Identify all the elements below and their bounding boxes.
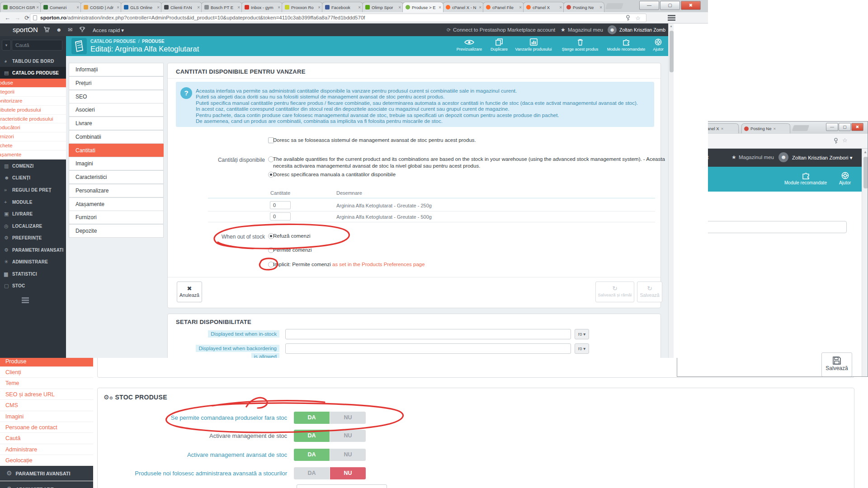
new-tab-button[interactable]: [792, 125, 809, 131]
sidebar-item-preferinte[interactable]: ⚙PREFERINȚE: [0, 232, 66, 244]
browser-tab[interactable]: BOSCH GSR×: [0, 2, 41, 12]
refuse-orders-label[interactable]: Refuză comenzi: [273, 233, 310, 239]
stock-row-label[interactable]: Produsele noi folosesc administrarea ava…: [97, 467, 287, 479]
sidebar-item-module[interactable]: +MODULE: [0, 196, 66, 208]
tab-close-icon[interactable]: ×: [559, 5, 562, 10]
product-tab-cantitati[interactable]: Cantitati: [69, 144, 164, 157]
manual-quantities-label[interactable]: Doresc specificarea manuala a cantitatil…: [273, 172, 396, 177]
product-tab-imagini[interactable]: Imagini: [69, 157, 164, 170]
sidebar-item-comenzi[interactable]: ▥COMENZI: [0, 160, 66, 172]
avatar[interactable]: ☻: [778, 152, 788, 162]
in-stock-text-input[interactable]: [285, 329, 571, 339]
mail-icon[interactable]: ✉: [68, 27, 72, 33]
product-sales-button[interactable]: Vanzarile produsului: [513, 38, 554, 52]
save-button[interactable]: ↻Salvează: [637, 282, 662, 302]
sidebar-item-catalog[interactable]: ▤CATALOG PRODUSE: [0, 67, 66, 79]
forward-icon[interactable]: →: [14, 12, 20, 23]
product-tab-atasamente[interactable]: Atașamente: [69, 197, 164, 211]
menu-item-administrare[interactable]: Administrare: [0, 444, 93, 455]
asm-checkbox-label[interactable]: Doresc sa se foloseasca sistemul de mana…: [273, 137, 476, 143]
submenu-item-produse[interactable]: Produse: [0, 79, 66, 88]
in-stock-label[interactable]: Displayed text when in-stock: [168, 329, 279, 338]
submenu-item-monitorizare[interactable]: Monitorizare: [0, 97, 66, 106]
tab-close-icon[interactable]: ×: [519, 5, 522, 10]
language-select[interactable]: ro ▾: [575, 343, 589, 354]
brand-logo[interactable]: sportON: [13, 26, 38, 33]
toggle-da[interactable]: DA: [294, 467, 330, 479]
tab-close-icon[interactable]: ×: [599, 5, 602, 10]
scroll-up-icon[interactable]: ▲: [670, 24, 673, 28]
submenu-item-furnizori[interactable]: Furnizori: [0, 132, 66, 141]
tab-close-icon[interactable]: ×: [358, 5, 361, 10]
url-field[interactable]: sporton.ro/administration/index.php?cont…: [30, 14, 646, 22]
product-tab-furnizori[interactable]: Furnizori: [69, 211, 164, 224]
tab-close-icon[interactable]: ×: [398, 5, 401, 10]
breadcrumb[interactable]: CATALOG PRODUSE / PRODUSE: [90, 39, 165, 44]
sidebar-item-livrare[interactable]: ▣LIVRARE: [0, 208, 66, 220]
tab-close-icon[interactable]: ×: [157, 5, 160, 10]
tab-close-icon[interactable]: ×: [237, 5, 240, 10]
menu-item-produse[interactable]: Produse: [0, 357, 93, 367]
product-tab-asocieri[interactable]: Asocieri: [69, 103, 164, 117]
scrollbar-thumb[interactable]: [863, 157, 868, 188]
menu-item-parametri-avansati[interactable]: ⚙PARAMETRI AVANSATI: [0, 466, 93, 481]
tab-close-icon[interactable]: ×: [318, 5, 321, 10]
toggle-nu[interactable]: NU: [330, 449, 366, 461]
save-button[interactable]: Salvează: [821, 352, 852, 377]
customers-icon[interactable]: ☻: [56, 27, 62, 33]
scrollbar[interactable]: ▲: [862, 149, 868, 377]
sidebar-item-stoc[interactable]: ▢STOC: [0, 280, 66, 291]
tab-close-icon[interactable]: ×: [36, 5, 39, 10]
browser-tab[interactable]: Facebook×: [322, 2, 363, 12]
stock-input[interactable]: [297, 484, 387, 488]
menu-item-clienti[interactable]: Clienți: [0, 367, 93, 378]
language-select[interactable]: ro ▾: [575, 329, 589, 339]
product-tab-depozite[interactable]: Depozite: [69, 224, 164, 238]
toggle-da[interactable]: DA: [294, 449, 330, 461]
menu-item-administrare-dark[interactable]: ⚙ADMINISTRARE: [0, 481, 93, 488]
bookmark-star-icon[interactable]: ☆: [842, 137, 848, 144]
product-tab-combinatii[interactable]: Combinatii: [69, 130, 164, 144]
browser-tab[interactable]: Olimp Spor×: [362, 2, 403, 12]
tab-close-icon[interactable]: ×: [278, 5, 280, 10]
product-tab-seo[interactable]: SEO: [69, 90, 164, 103]
preview-button[interactable]: Previzualizare: [453, 38, 486, 52]
product-tab-preturi[interactable]: Prețuri: [69, 76, 164, 90]
my-shop-link[interactable]: Magazinul meu: [568, 27, 603, 33]
submenu-item-etichete[interactable]: Etichete: [0, 141, 66, 150]
product-tab-caracteristici[interactable]: Caracteristici: [69, 170, 164, 184]
preferences-page-link[interactable]: as set in the Products Preferences page: [332, 262, 425, 267]
close-button[interactable]: ✖: [681, 1, 701, 10]
browser-tab[interactable]: Clienti FAN×: [161, 2, 202, 12]
toggle-da[interactable]: DA: [294, 430, 330, 442]
save-and-stay-button[interactable]: ↻Salvează și rămâi: [595, 282, 634, 302]
sidebar-item-statistici[interactable]: ▆STATISTICI: [0, 268, 66, 280]
sidebar-item-parametri[interactable]: ⚙PARAMETRI AVANSATI: [0, 244, 66, 256]
stock-row-label[interactable]: Activare management avansat de stoc: [97, 449, 287, 461]
browser-tab[interactable]: Bosch PT E×: [201, 2, 242, 12]
user-menu[interactable]: Zoltan Krisztian Zombori ▾: [792, 155, 853, 161]
menu-item-persoane[interactable]: Persoane de contact: [0, 422, 93, 433]
backorder-label-line2[interactable]: is allowed: [168, 352, 279, 358]
product-tab-livrare[interactable]: Livrare: [69, 117, 164, 130]
quick-access-menu[interactable]: Acces rapid ▾: [93, 27, 124, 33]
browser-tab[interactable]: Comenzi×: [40, 2, 81, 12]
submenu-item-caracteristici[interactable]: Caracteristicile produsului: [0, 115, 66, 124]
auto-quantities-label[interactable]: The available quantities for the current…: [273, 156, 665, 169]
browser-tab[interactable]: cPanel X×: [523, 2, 564, 12]
browser-tab[interactable]: Proxxon Ro×: [282, 2, 323, 12]
scrollbar-thumb[interactable]: [670, 31, 674, 72]
key-icon[interactable]: [833, 138, 839, 144]
minimize-button[interactable]: —: [826, 123, 838, 131]
stock-row-label[interactable]: Activare management de stoc: [97, 430, 287, 442]
menu-item-teme[interactable]: Teme: [0, 378, 93, 389]
new-tab-button[interactable]: [605, 3, 623, 9]
sidebar-collapse-icon[interactable]: [22, 297, 29, 303]
marketplace-connect-link[interactable]: Connect to Prestashop Marketplace accoun…: [453, 27, 555, 33]
toggle-nu[interactable]: NU: [330, 467, 366, 479]
cart-icon[interactable]: [43, 27, 50, 33]
text-input[interactable]: [686, 221, 847, 233]
submenu-item-categorii[interactable]: Categorii: [0, 88, 66, 97]
help-button[interactable]: Ajutor: [835, 171, 855, 185]
menu-item-cauta[interactable]: Caută: [0, 433, 93, 444]
